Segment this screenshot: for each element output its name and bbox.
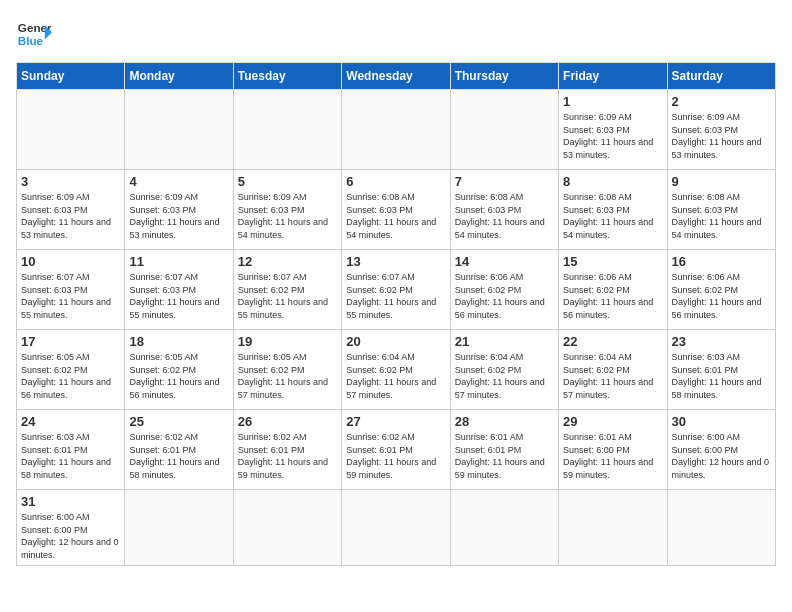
calendar-table: SundayMondayTuesdayWednesdayThursdayFrid… [16,62,776,566]
day-number: 3 [21,174,120,189]
calendar-cell: 7Sunrise: 6:08 AM Sunset: 6:03 PM Daylig… [450,170,558,250]
calendar-cell: 5Sunrise: 6:09 AM Sunset: 6:03 PM Daylig… [233,170,341,250]
day-info: Sunrise: 6:09 AM Sunset: 6:03 PM Dayligh… [238,191,337,241]
calendar-cell [233,90,341,170]
calendar-cell: 24Sunrise: 6:03 AM Sunset: 6:01 PM Dayli… [17,410,125,490]
calendar-cell: 31Sunrise: 6:00 AM Sunset: 6:00 PM Dayli… [17,490,125,566]
calendar-cell: 13Sunrise: 6:07 AM Sunset: 6:02 PM Dayli… [342,250,450,330]
day-number: 5 [238,174,337,189]
day-number: 17 [21,334,120,349]
calendar-cell: 11Sunrise: 6:07 AM Sunset: 6:03 PM Dayli… [125,250,233,330]
day-number: 7 [455,174,554,189]
day-info: Sunrise: 6:04 AM Sunset: 6:02 PM Dayligh… [455,351,554,401]
calendar-cell: 15Sunrise: 6:06 AM Sunset: 6:02 PM Dayli… [559,250,667,330]
day-number: 13 [346,254,445,269]
calendar-cell: 22Sunrise: 6:04 AM Sunset: 6:02 PM Dayli… [559,330,667,410]
calendar-week-row: 31Sunrise: 6:00 AM Sunset: 6:00 PM Dayli… [17,490,776,566]
calendar-cell [342,90,450,170]
day-number: 22 [563,334,662,349]
calendar-cell: 27Sunrise: 6:02 AM Sunset: 6:01 PM Dayli… [342,410,450,490]
calendar-cell [125,90,233,170]
calendar-cell: 4Sunrise: 6:09 AM Sunset: 6:03 PM Daylig… [125,170,233,250]
day-number: 26 [238,414,337,429]
weekday-header-thursday: Thursday [450,63,558,90]
day-info: Sunrise: 6:09 AM Sunset: 6:03 PM Dayligh… [129,191,228,241]
day-info: Sunrise: 6:02 AM Sunset: 6:01 PM Dayligh… [238,431,337,481]
day-number: 30 [672,414,771,429]
calendar-cell [125,490,233,566]
day-info: Sunrise: 6:06 AM Sunset: 6:02 PM Dayligh… [455,271,554,321]
day-number: 6 [346,174,445,189]
calendar-cell: 14Sunrise: 6:06 AM Sunset: 6:02 PM Dayli… [450,250,558,330]
calendar-cell: 1Sunrise: 6:09 AM Sunset: 6:03 PM Daylig… [559,90,667,170]
day-number: 8 [563,174,662,189]
calendar-cell [450,490,558,566]
day-number: 12 [238,254,337,269]
calendar-cell: 25Sunrise: 6:02 AM Sunset: 6:01 PM Dayli… [125,410,233,490]
day-number: 28 [455,414,554,429]
day-info: Sunrise: 6:04 AM Sunset: 6:02 PM Dayligh… [346,351,445,401]
day-info: Sunrise: 6:03 AM Sunset: 6:01 PM Dayligh… [672,351,771,401]
calendar-cell: 3Sunrise: 6:09 AM Sunset: 6:03 PM Daylig… [17,170,125,250]
day-info: Sunrise: 6:09 AM Sunset: 6:03 PM Dayligh… [21,191,120,241]
day-info: Sunrise: 6:05 AM Sunset: 6:02 PM Dayligh… [21,351,120,401]
day-info: Sunrise: 6:00 AM Sunset: 6:00 PM Dayligh… [672,431,771,481]
day-info: Sunrise: 6:00 AM Sunset: 6:00 PM Dayligh… [21,511,120,561]
day-info: Sunrise: 6:05 AM Sunset: 6:02 PM Dayligh… [238,351,337,401]
day-number: 4 [129,174,228,189]
page-header: General Blue [16,16,776,52]
calendar-cell: 26Sunrise: 6:02 AM Sunset: 6:01 PM Dayli… [233,410,341,490]
day-number: 25 [129,414,228,429]
day-info: Sunrise: 6:09 AM Sunset: 6:03 PM Dayligh… [563,111,662,161]
calendar-cell [17,90,125,170]
day-info: Sunrise: 6:07 AM Sunset: 6:02 PM Dayligh… [346,271,445,321]
calendar-cell: 16Sunrise: 6:06 AM Sunset: 6:02 PM Dayli… [667,250,775,330]
calendar-week-row: 3Sunrise: 6:09 AM Sunset: 6:03 PM Daylig… [17,170,776,250]
calendar-cell [559,490,667,566]
calendar-cell: 28Sunrise: 6:01 AM Sunset: 6:01 PM Dayli… [450,410,558,490]
logo-icon: General Blue [16,16,52,52]
day-info: Sunrise: 6:01 AM Sunset: 6:01 PM Dayligh… [455,431,554,481]
day-number: 10 [21,254,120,269]
day-info: Sunrise: 6:02 AM Sunset: 6:01 PM Dayligh… [129,431,228,481]
day-number: 2 [672,94,771,109]
svg-text:Blue: Blue [18,34,44,47]
day-info: Sunrise: 6:08 AM Sunset: 6:03 PM Dayligh… [346,191,445,241]
calendar-cell: 8Sunrise: 6:08 AM Sunset: 6:03 PM Daylig… [559,170,667,250]
day-info: Sunrise: 6:07 AM Sunset: 6:03 PM Dayligh… [21,271,120,321]
day-number: 23 [672,334,771,349]
calendar-cell: 2Sunrise: 6:09 AM Sunset: 6:03 PM Daylig… [667,90,775,170]
day-number: 14 [455,254,554,269]
day-number: 29 [563,414,662,429]
day-info: Sunrise: 6:07 AM Sunset: 6:03 PM Dayligh… [129,271,228,321]
day-number: 31 [21,494,120,509]
calendar-cell: 18Sunrise: 6:05 AM Sunset: 6:02 PM Dayli… [125,330,233,410]
weekday-header-sunday: Sunday [17,63,125,90]
calendar-cell [342,490,450,566]
day-number: 1 [563,94,662,109]
day-number: 20 [346,334,445,349]
day-info: Sunrise: 6:06 AM Sunset: 6:02 PM Dayligh… [563,271,662,321]
calendar-cell [233,490,341,566]
weekday-header-monday: Monday [125,63,233,90]
calendar-cell: 29Sunrise: 6:01 AM Sunset: 6:00 PM Dayli… [559,410,667,490]
day-info: Sunrise: 6:04 AM Sunset: 6:02 PM Dayligh… [563,351,662,401]
day-number: 27 [346,414,445,429]
weekday-header-wednesday: Wednesday [342,63,450,90]
weekday-header-friday: Friday [559,63,667,90]
day-number: 19 [238,334,337,349]
weekday-header-saturday: Saturday [667,63,775,90]
day-number: 21 [455,334,554,349]
day-number: 16 [672,254,771,269]
calendar-cell: 23Sunrise: 6:03 AM Sunset: 6:01 PM Dayli… [667,330,775,410]
calendar-cell [450,90,558,170]
day-number: 18 [129,334,228,349]
day-info: Sunrise: 6:03 AM Sunset: 6:01 PM Dayligh… [21,431,120,481]
weekday-header-tuesday: Tuesday [233,63,341,90]
weekday-header-row: SundayMondayTuesdayWednesdayThursdayFrid… [17,63,776,90]
day-info: Sunrise: 6:08 AM Sunset: 6:03 PM Dayligh… [455,191,554,241]
calendar-cell: 21Sunrise: 6:04 AM Sunset: 6:02 PM Dayli… [450,330,558,410]
calendar-cell: 6Sunrise: 6:08 AM Sunset: 6:03 PM Daylig… [342,170,450,250]
day-info: Sunrise: 6:08 AM Sunset: 6:03 PM Dayligh… [563,191,662,241]
day-number: 11 [129,254,228,269]
